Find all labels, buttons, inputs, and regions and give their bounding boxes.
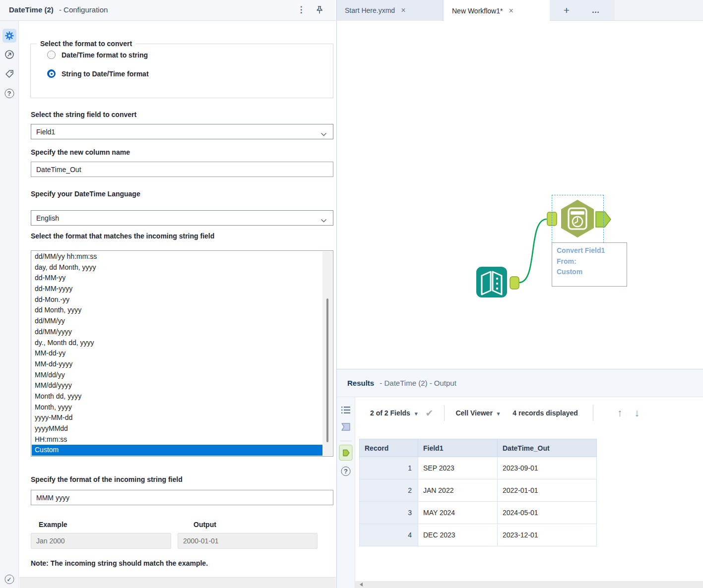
record-number-cell[interactable]: 4 xyxy=(360,524,418,546)
results-body: ? 2 of 2 Fields ▾ ✔ Cell Viewer ▾ 4 reco… xyxy=(337,397,703,588)
record-number-cell[interactable]: 1 xyxy=(360,457,418,479)
record-number-cell[interactable]: 3 xyxy=(360,502,418,524)
open-link-icon xyxy=(4,50,14,59)
column-header[interactable]: Record xyxy=(360,439,418,457)
string-field-label: Select the string field to convert xyxy=(31,111,136,118)
metadata-view-button[interactable] xyxy=(341,406,351,415)
format-option[interactable]: HH:mm:ss xyxy=(32,434,332,445)
radio-string-to-datetime[interactable]: String to Date/Time format xyxy=(47,69,149,78)
pin-icon[interactable] xyxy=(315,5,324,16)
data-cell[interactable]: MAY 2024 xyxy=(418,502,498,524)
help-icon: ? xyxy=(4,89,14,98)
group-label: Select the format to convert xyxy=(37,40,135,48)
new-column-label: Specify the new column name xyxy=(31,148,130,156)
new-column-value[interactable] xyxy=(36,166,328,174)
fields-dropdown[interactable]: 2 of 2 Fields ▾ xyxy=(370,409,417,417)
format-option[interactable]: Month dd, yyyy xyxy=(32,391,332,402)
output-header: Output xyxy=(193,521,216,529)
data-cell[interactable]: 2022-01-01 xyxy=(498,479,597,502)
results-titlebar: Results - DateTime (2) - Output xyxy=(337,369,703,397)
configuration-content: Select the format to convert Date/Time f… xyxy=(19,21,336,588)
toolbar-divider xyxy=(444,405,445,421)
string-field-dropdown[interactable]: Field1 xyxy=(31,124,333,139)
data-cell[interactable]: JAN 2022 xyxy=(418,479,498,502)
custom-format-input[interactable] xyxy=(31,490,333,505)
text-input-tool[interactable] xyxy=(476,267,519,297)
new-tab-button[interactable]: + xyxy=(554,0,579,21)
navigation-tab[interactable] xyxy=(4,50,14,61)
list-icon xyxy=(341,406,351,414)
settings-tab[interactable] xyxy=(2,29,16,43)
output-anchor-button[interactable] xyxy=(339,445,353,461)
toolbar-divider xyxy=(593,405,593,421)
profile-view-button[interactable] xyxy=(340,422,351,433)
apply-check-icon[interactable]: ✔ xyxy=(425,408,433,419)
data-cell[interactable]: 2023-12-01 xyxy=(498,524,597,546)
format-option[interactable]: Month, yyyy xyxy=(32,402,332,413)
table-row: 4DEC 20232023-12-01 xyxy=(360,524,597,546)
format-option[interactable]: dd-Mon.-yy xyxy=(32,294,332,305)
language-dropdown[interactable]: English xyxy=(31,210,333,226)
output-anchor[interactable] xyxy=(510,277,519,289)
scroll-up-button[interactable]: ↑ xyxy=(617,407,623,419)
help-tab[interactable]: ? xyxy=(4,89,14,98)
format-option[interactable]: MM-dd-yy xyxy=(32,348,332,359)
format-option[interactable]: yyyy-MM-dd xyxy=(32,412,332,423)
tab-overflow-button[interactable]: … xyxy=(583,0,608,21)
format-option[interactable]: dd/MM/yy hh:mm:ss xyxy=(32,251,332,262)
format-list-scrollbar[interactable] xyxy=(322,251,332,456)
custom-format-value[interactable] xyxy=(36,494,328,502)
new-column-input[interactable] xyxy=(31,162,333,177)
format-option[interactable]: MM/dd/yyyy xyxy=(32,380,332,391)
column-header[interactable]: DateTime_Out xyxy=(498,439,597,457)
custom-format-label: Specify the format of the incoming strin… xyxy=(31,475,183,483)
connection-wire[interactable] xyxy=(519,219,547,283)
tool-annotation[interactable]: Convert Field1 From: Custom xyxy=(552,242,627,287)
chevron-down-icon xyxy=(320,130,327,138)
format-listbox[interactable]: dd/MM/yy hh:mm:ssday, dd Month, yyyydd-M… xyxy=(31,250,333,457)
format-option[interactable]: dd/MM/yyyy xyxy=(32,327,332,338)
data-cell[interactable]: 2023-09-01 xyxy=(498,457,597,479)
table-row: 1SEP 20232023-09-01 xyxy=(360,457,597,479)
close-tab-icon[interactable]: × xyxy=(401,6,405,14)
format-option[interactable]: day, dd Month, yyyy xyxy=(32,262,332,273)
horizontal-scrollbar[interactable] xyxy=(355,581,703,588)
results-title: Results - DateTime (2) - Output xyxy=(347,379,456,387)
format-option-selected[interactable]: Custom xyxy=(32,445,329,456)
close-tab-icon[interactable]: × xyxy=(509,7,513,15)
data-cell[interactable]: SEP 2023 xyxy=(418,457,498,479)
format-option[interactable]: dd Month, yyyy xyxy=(32,305,332,316)
format-option[interactable]: dd-MM-yy xyxy=(32,273,332,284)
data-cell[interactable]: DEC 2023 xyxy=(418,524,498,546)
check-circle-icon: ✓ xyxy=(4,575,14,584)
configuration-title-suffix: - Configuration xyxy=(59,5,108,14)
scroll-left-icon xyxy=(360,583,363,587)
results-toolbar: 2 of 2 Fields ▾ ✔ Cell Viewer ▾ 4 record… xyxy=(355,397,703,429)
results-help-button[interactable]: ? xyxy=(341,467,351,476)
scroll-down-button[interactable]: ↓ xyxy=(634,407,639,419)
data-cell[interactable]: 2024-05-01 xyxy=(498,502,597,524)
record-number-cell[interactable]: 2 xyxy=(360,479,418,502)
format-option[interactable]: MM-dd-yyyy xyxy=(32,359,332,370)
validation-status: ✓ xyxy=(4,575,14,584)
format-option[interactable]: dd/MM/yy xyxy=(32,316,332,327)
tool-name: DateTime (2) xyxy=(9,5,54,14)
configuration-title: DateTime (2) - Configuration xyxy=(9,5,108,14)
column-header[interactable]: Field1 xyxy=(418,439,498,457)
cell-viewer-dropdown[interactable]: Cell Viewer ▾ xyxy=(455,409,500,417)
workflow-tab-bar: Start Here.yxmd × New Workflow1* × + … xyxy=(337,0,703,21)
tab-new-workflow[interactable]: New Workflow1* × xyxy=(444,0,550,21)
format-option[interactable]: dd-MM-yyyy xyxy=(32,284,332,294)
workflow-canvas[interactable]: Convert Field1 From: Custom xyxy=(337,21,703,369)
annotation-tab[interactable] xyxy=(4,69,14,80)
format-option[interactable]: yyyyMMdd xyxy=(32,423,332,434)
records-displayed-text: 4 records displayed xyxy=(512,409,578,417)
panel-menu-icon[interactable]: ⋮ xyxy=(296,3,307,16)
format-option[interactable]: dy., Month dd, yyyy xyxy=(32,338,332,349)
scrollbar-thumb[interactable] xyxy=(326,298,328,442)
tab-start-here[interactable]: Start Here.yxmd × xyxy=(337,0,443,21)
chevron-down-icon xyxy=(320,217,327,225)
format-option[interactable]: MM/dd/yy xyxy=(32,370,332,381)
strip-divider xyxy=(340,441,352,441)
radio-datetime-to-string[interactable]: Date/Time format to string xyxy=(47,51,148,59)
